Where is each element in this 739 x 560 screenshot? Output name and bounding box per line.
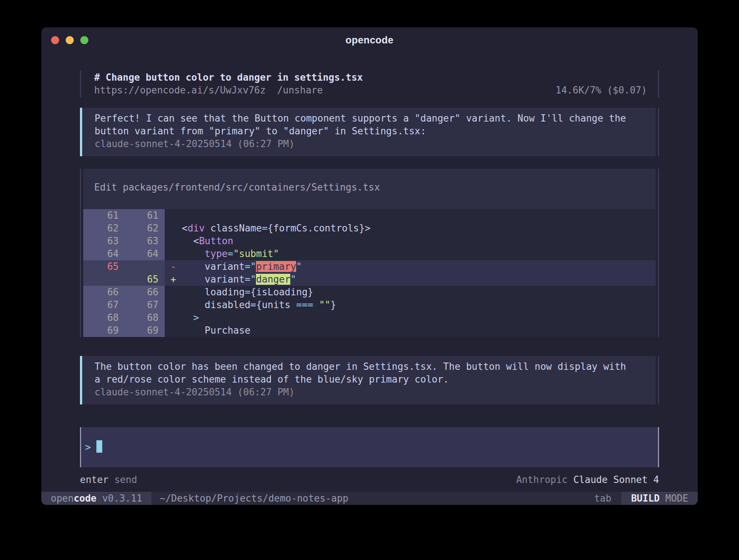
old-line-number: 64 [83, 248, 119, 260]
diff-code-line: - variant="primary" [165, 260, 656, 273]
new-line-number: 67 [119, 299, 158, 311]
diff-line-gutter: 65 [83, 260, 165, 273]
diff-marker [165, 210, 182, 221]
diff-row: 6161 [83, 209, 656, 222]
session-title: # Change button color to danger in setti… [94, 71, 647, 84]
message-text-line: Perfect! I can see that the Button compo… [95, 112, 648, 125]
diff-line-gutter: 6868 [83, 311, 165, 324]
working-directory: ~/Desktop/Projects/demo-notes-app [160, 493, 348, 504]
diff-line-gutter: 6161 [83, 209, 165, 222]
new-line-number: 69 [119, 324, 158, 337]
diff-marker: - [165, 261, 182, 272]
diff-code-line: Purchase [165, 324, 656, 337]
diff-line-gutter: 6969 [83, 324, 165, 337]
provider-label: Anthropic [516, 472, 574, 487]
desktop: opencode # Change button color to danger… [0, 0, 739, 560]
app-name-suffix: code [74, 493, 97, 504]
diff-row: 6262 <div className={formCs.controls}> [83, 222, 656, 235]
context-usage-stats: 14.6K/7% ($0.07) [556, 84, 647, 97]
diff-marker [165, 235, 182, 246]
session-meta: https://opencode.ai/s/UwJxv76z /unshare … [94, 84, 647, 97]
diff-row: 6666 loading={isLoading} [83, 286, 656, 299]
diff-marker [165, 287, 182, 298]
new-line-number: 68 [119, 311, 158, 324]
hint-footer: enter send Anthropic Claude Sonnet 4 [80, 472, 659, 487]
diff-code-line: disabled={units === ""} [165, 299, 656, 311]
new-line-number: 62 [119, 222, 158, 235]
send-action-hint: send [114, 472, 137, 487]
old-line-number: 61 [83, 209, 119, 222]
opencode-window: opencode # Change button color to danger… [41, 27, 698, 505]
message-text-line: button variant from "primary" to "danger… [95, 125, 648, 138]
message-text-line: a red/rose color scheme instead of the b… [95, 373, 648, 386]
mode-primary: BUILD [631, 493, 659, 504]
prompt-symbol: > [85, 442, 96, 453]
diff-row: 6767 disabled={units === ""} [83, 299, 656, 311]
diff-row: 6363 <Button [83, 235, 656, 248]
model-timestamp-line: claude-sonnet-4-20250514 (06:27 PM) [95, 138, 648, 150]
model-label: Claude Sonnet 4 [573, 472, 659, 487]
old-line-number: 68 [83, 311, 119, 324]
diff-code-line: > [165, 311, 656, 324]
share-url-link[interactable]: https://opencode.ai/s/UwJxv76z [94, 84, 266, 97]
mode-secondary: MODE [660, 493, 688, 504]
diff-row: 65 - variant="primary" [83, 260, 656, 273]
diff-marker [165, 325, 182, 336]
session-header: # Change button color to danger in setti… [80, 70, 659, 97]
diff-marker [165, 299, 182, 310]
old-line-number: 63 [83, 235, 119, 248]
title-bar[interactable]: opencode [41, 27, 698, 53]
edit-tool-title: Edit packages/frontend/src/containers/Se… [83, 169, 656, 209]
diff-row: 6464 type="submit" [83, 248, 656, 260]
diff-code-line: loading={isLoading} [165, 286, 656, 299]
tab-key-hint: tab [594, 493, 611, 504]
assistant-message: Perfect! I can see that the Button compo… [80, 108, 659, 156]
text-cursor [96, 440, 102, 453]
diff-code-line: <Button [165, 235, 656, 248]
diff-view: 6161 6262 <div className={formCs.control… [83, 209, 656, 337]
diff-line-gutter: 6363 [83, 235, 165, 248]
new-line-number: 65 [119, 273, 158, 286]
enter-key-hint: enter [80, 472, 108, 487]
diff-line-gutter: 6262 [83, 222, 165, 235]
app-version-segment: opencode v0.3.11 [41, 492, 152, 505]
diff-row: 6969 Purchase [83, 324, 656, 337]
app-version: v0.3.11 [96, 493, 142, 504]
assistant-message-body: The button color has been changed to dan… [82, 356, 656, 404]
diff-marker [165, 312, 182, 323]
edit-tool-block: Edit packages/frontend/src/containers/Se… [80, 169, 659, 337]
old-line-number: 62 [83, 222, 119, 235]
prompt-input[interactable]: > [80, 427, 659, 467]
assistant-message-body: Perfect! I can see that the Button compo… [82, 108, 656, 156]
message-text-line: The button color has been changed to dan… [95, 360, 648, 373]
diff-line-gutter: 65 [83, 273, 165, 286]
new-line-number: 66 [119, 286, 158, 299]
new-line-number: 61 [119, 209, 158, 222]
diff-code-line: + variant="danger" [165, 273, 656, 286]
old-line-number: 66 [83, 286, 119, 299]
diff-row: 65 + variant="danger" [83, 273, 656, 286]
diff-code-line: <div className={formCs.controls}> [165, 222, 656, 235]
diff-code-line: type="submit" [165, 248, 656, 260]
diff-row: 6868 > [83, 311, 656, 324]
diff-line-gutter: 6767 [83, 299, 165, 311]
diff-code-line [165, 209, 656, 222]
mode-segment: BUILD MODE [621, 492, 698, 505]
new-line-number: 63 [119, 235, 158, 248]
new-line-number [119, 260, 158, 273]
old-line-number: 65 [83, 260, 119, 273]
old-line-number: 69 [83, 324, 119, 337]
conversation-area: # Change button color to danger in setti… [41, 70, 698, 487]
diff-marker: + [165, 274, 182, 285]
window-title: opencode [41, 35, 698, 46]
status-bar: opencode v0.3.11 ~/Desktop/Projects/demo… [41, 492, 698, 505]
assistant-message: The button color has been changed to dan… [80, 356, 659, 404]
diff-line-gutter: 6666 [83, 286, 165, 299]
diff-marker [165, 223, 182, 234]
diff-line-gutter: 6464 [83, 248, 165, 260]
old-line-number: 67 [83, 299, 119, 311]
new-line-number: 64 [119, 248, 158, 260]
app-name-prefix: open [51, 493, 74, 504]
diff-marker [165, 248, 182, 259]
unshare-command: /unshare [277, 84, 323, 97]
